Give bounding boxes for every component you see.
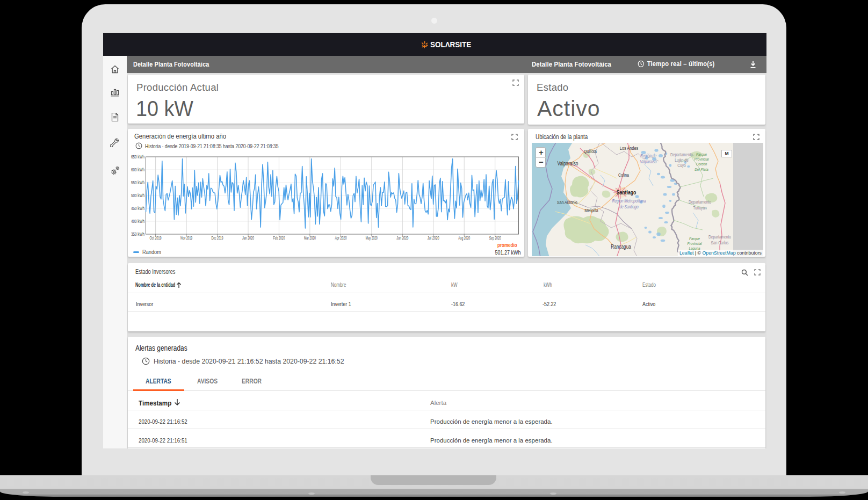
svg-text:500 kWh: 500 kWh — [131, 193, 144, 198]
svg-text:Aug 2020: Aug 2020 — [458, 235, 470, 241]
svg-text:350 kWh: 350 kWh — [131, 231, 144, 237]
svg-text:Nov 2019: Nov 2019 — [180, 235, 192, 241]
svg-text:Apr 2020: Apr 2020 — [335, 235, 346, 241]
svg-text:650 kWh: 650 kWh — [131, 154, 144, 160]
svg-text:May 2020: May 2020 — [366, 235, 378, 241]
svg-text:600 kWh: 600 kWh — [131, 167, 144, 172]
svg-text:400 kWh: 400 kWh — [131, 219, 144, 224]
svg-text:Jul 2020: Jul 2020 — [428, 235, 439, 241]
svg-text:550 kWh: 550 kWh — [131, 180, 144, 185]
svg-text:Oct 2019: Oct 2019 — [150, 235, 162, 241]
svg-text:Mar 2020: Mar 2020 — [304, 235, 316, 241]
svg-text:Feb 2020: Feb 2020 — [273, 235, 285, 241]
svg-text:Dec 2019: Dec 2019 — [212, 235, 223, 241]
svg-text:Sep 2020: Sep 2020 — [489, 235, 501, 241]
svg-text:Jun 2020: Jun 2020 — [396, 235, 408, 241]
svg-text:Jan 2020: Jan 2020 — [242, 235, 254, 241]
svg-text:450 kWh: 450 kWh — [131, 206, 144, 211]
